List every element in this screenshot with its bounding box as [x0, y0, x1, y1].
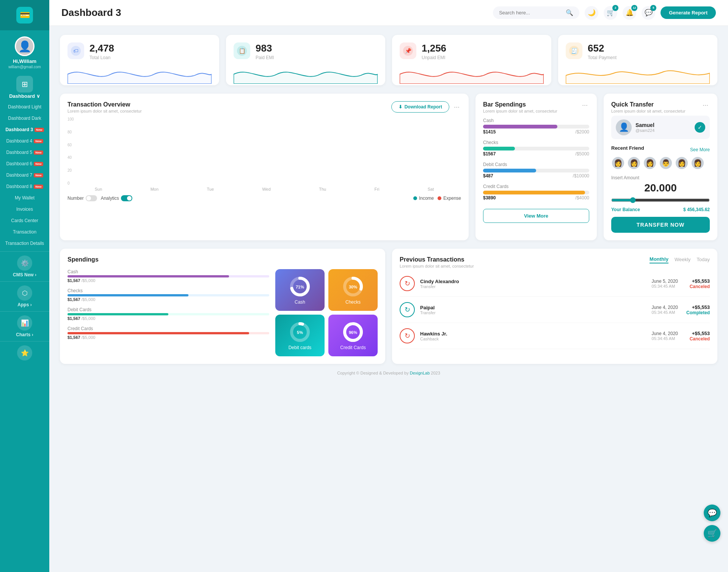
footer-brand-link[interactable]: DexignLab — [410, 371, 430, 375]
download-report-label: Download Report — [405, 104, 442, 110]
donut-checks: 30% Checks — [328, 269, 378, 311]
cart-button[interactable]: 🛒 2 — [604, 6, 617, 20]
sidebar-item-dashboard-dark[interactable]: Dashboard Dark — [0, 113, 49, 124]
prev-transactions-header: Previous Transactions Lorem ipsum dolor … — [400, 256, 710, 268]
moon-toggle-button[interactable]: 🌙 — [585, 6, 598, 20]
sidebar: 💳 👤 Hi,William william@gmail.com ⊞ Dashb… — [0, 0, 49, 572]
message-badge: 5 — [650, 5, 656, 11]
sidebar-item-label: Invoices — [16, 207, 33, 212]
quick-transfer-more-button[interactable]: ··· — [701, 101, 710, 109]
download-report-button[interactable]: ⬇ Download Report — [391, 101, 449, 113]
friend-avatar-3[interactable]: 👩 — [643, 156, 657, 170]
spendings-card: Spendings Cash $1,567 /$5,000 Checks — [60, 249, 385, 364]
friend-avatar-6[interactable]: 👩 — [691, 156, 704, 170]
sidebar-item-invoices[interactable]: Invoices — [0, 204, 49, 215]
sidebar-item-dashboard-light[interactable]: Dashboard Light — [0, 101, 49, 113]
previous-transactions-card: Previous Transactions Lorem ipsum dolor … — [392, 249, 717, 364]
friend-avatar-2[interactable]: 👩 — [627, 156, 641, 170]
sidebar-section-favorites[interactable]: ⭐ — [0, 341, 49, 364]
see-more-link[interactable]: See More — [690, 147, 710, 152]
sidebar-item-dashboard-8[interactable]: Dashboard 8 New — [0, 181, 49, 192]
bell-button[interactable]: 🔔 12 — [623, 6, 636, 20]
page-title: Dashboard 3 — [61, 7, 121, 19]
fab-cart-button[interactable]: 🛒 — [704, 525, 720, 542]
transaction-overview-card: Transaction Overview Lorem ipsum dolor s… — [60, 94, 469, 240]
spending-bar-fill-checks — [483, 147, 515, 150]
middle-row: Transaction Overview Lorem ipsum dolor s… — [60, 94, 717, 240]
more-options-button[interactable]: ··· — [452, 103, 461, 111]
footer-year: 2023 — [431, 371, 440, 375]
sidebar-item-transaction[interactable]: Transaction — [0, 226, 49, 238]
bar-spendings-more-button[interactable]: ··· — [581, 101, 589, 109]
txn-date-value-cindy: June 5, 2020 — [652, 279, 678, 284]
header-right: 🔍 🌙 🛒 2 🔔 12 💬 5 Generate Report — [493, 6, 716, 20]
stat-label-total-loan: Total Loan — [89, 55, 114, 60]
sidebar-item-label: Dashboard 6 — [6, 161, 32, 166]
amount-value: 20.000 — [611, 182, 710, 194]
insert-amount-label: Insert Amount — [611, 175, 710, 180]
sl-fill-checks — [67, 294, 188, 296]
stat-card-unpaid-emi: 📌 1,256 Unpaid EMI — [392, 35, 551, 85]
sidebar-item-dashboard-6[interactable]: Dashboard 6 New — [0, 158, 49, 169]
sidebar-item-my-wallet[interactable]: My Wallet — [0, 192, 49, 204]
spending-current-cash: $1415 — [483, 129, 496, 135]
stat-value-unpaid-emi: 1,256 — [422, 42, 446, 54]
friend-avatar-4[interactable]: 👨 — [659, 156, 673, 170]
sidebar-item-dashboard-3[interactable]: Dashboard 3 New — [0, 124, 49, 135]
spending-row-debit: Debit Cards $487 /$10000 — [483, 162, 589, 179]
txn-status-paipal: Completed — [683, 310, 710, 315]
spending-total-checks: /$5000 — [575, 151, 589, 157]
sidebar-section-apps[interactable]: ⬡ Apps › — [0, 281, 49, 309]
transaction-overview-subtitle: Lorem ipsum dolor sit amet, consectetur — [67, 109, 142, 113]
sidebar-section-cms[interactable]: ⚙️ CMS New › — [0, 251, 49, 279]
txn-status-cindy: Canceled — [683, 284, 710, 289]
transaction-overview-actions: ⬇ Download Report ··· — [391, 101, 461, 113]
spendings-title: Spendings — [67, 256, 378, 263]
spending-rows: Cash $1415 /$2000 Checks — [483, 118, 589, 201]
donut-label-cash: Cash — [295, 299, 305, 305]
tab-today[interactable]: Today — [697, 257, 710, 263]
view-more-button[interactable]: View More — [483, 209, 589, 223]
search-input[interactable] — [499, 10, 563, 16]
income-dot — [413, 196, 417, 200]
sl-label-credit: Credit Cards — [67, 326, 269, 331]
spendings-content: Cash $1,567 /$5,000 Checks $1,567 /$5, — [67, 269, 378, 356]
bar-spendings-header: Bar Spendings Lorem ipsum dolor sit amet… — [483, 101, 589, 113]
friend-avatar-1[interactable]: 👩 — [611, 156, 625, 170]
txn-date-hawkins: June 4, 2020 05:34:45 AM — [652, 331, 678, 341]
bar-spendings-subtitle: Lorem ipsum dolor sit amet, consectetur — [483, 109, 557, 113]
stat-icon-loan: 🏷 — [67, 42, 84, 59]
sidebar-item-transaction-details[interactable]: Transaction Details — [0, 238, 49, 249]
main-content: Dashboard 3 🔍 🌙 🛒 2 🔔 12 💬 5 Generate Re… — [49, 0, 728, 572]
dashboard-menu-toggle[interactable]: Dashboard ∨ — [9, 93, 40, 99]
prev-transactions-title-block: Previous Transactions Lorem ipsum dolor … — [400, 256, 474, 268]
sidebar-item-cards-center[interactable]: Cards Center — [0, 215, 49, 226]
spending-bar-bg-debit — [483, 169, 589, 172]
txn-time-cindy: 05:34:45 AM — [652, 284, 678, 288]
amount-slider[interactable] — [611, 197, 710, 203]
svg-text:96%: 96% — [349, 330, 357, 335]
table-row: ↻ Paipal Transfer June 4, 2020 05:34:45 … — [400, 297, 710, 323]
sidebar-item-label: Transaction Details — [5, 241, 44, 246]
sidebar-item-dashboard-7[interactable]: Dashboard 7 New — [0, 169, 49, 181]
sidebar-item-label: Dashboard 7 — [6, 172, 32, 178]
spending-bar-bg-cash — [483, 125, 589, 129]
message-button[interactable]: 💬 5 — [642, 6, 655, 20]
transfer-now-button[interactable]: TRANSFER NOW — [611, 217, 710, 233]
spending-label-cash: Cash — [483, 118, 589, 123]
sidebar-item-dashboard-5[interactable]: Dashboard 5 New — [0, 147, 49, 158]
sidebar-section-charts[interactable]: 📊 Charts › — [0, 311, 49, 339]
sl-bar-credit — [67, 332, 269, 334]
sidebar-item-dashboard-4[interactable]: Dashboard 4 New — [0, 135, 49, 147]
spending-amounts-checks: $1567 /$5000 — [483, 151, 589, 157]
txn-name-paipal: Paipal — [420, 305, 646, 310]
tab-weekly[interactable]: Weekly — [675, 257, 690, 263]
analytics-toggle[interactable] — [121, 195, 132, 201]
friend-avatar-5[interactable]: 👩 — [675, 156, 689, 170]
number-toggle[interactable] — [86, 195, 97, 201]
generate-report-button[interactable]: Generate Report — [661, 6, 716, 19]
sidebar-user: 👤 Hi,William william@gmail.com — [0, 30, 49, 73]
fab-support-button[interactable]: 💬 — [704, 505, 720, 521]
legend-analytics: Analytics — [101, 195, 132, 201]
tab-monthly[interactable]: Monthly — [650, 256, 668, 263]
